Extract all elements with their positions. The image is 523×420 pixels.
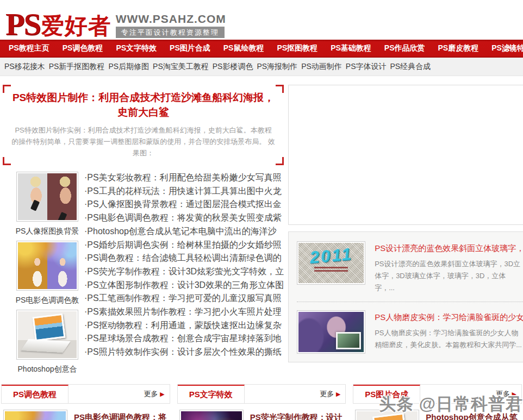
sidebar-item-title[interactable]: PS人物磨皮实例：学习给满脸雀斑的少女 (375, 312, 523, 323)
article-link[interactable]: ·PS照片特效制作实例：设计多层次个性效果的撕纸 (84, 347, 282, 356)
article-link[interactable]: ·PS调色教程：结合滤镜工具轻松调出清新绿色调的 (84, 253, 282, 262)
sidebar-item: PS人物磨皮实例：学习给满脸雀斑的少女 PS人物磨皮实例：学习给满脸雀斑的少女人… (297, 310, 523, 354)
article-link[interactable]: ·PS婚纱后期调色实例：给树林里拍摄的少女婚纱照 (84, 240, 282, 249)
list-item: ·PS工具的花样玩法：用快速计算工具算出图中火龙 (84, 185, 284, 198)
arrow-right-icon: ▶ (512, 391, 516, 397)
list-item: ·PS电影色调调色教程：将发黄的秋景美女照变成紫 (84, 211, 284, 225)
thumbnail-laptop-composite[interactable] (355, 410, 419, 420)
sidebar-panel: 2011 PS设计漂亮的蓝色效果斜面立体玻璃字， PS设计漂亮的蓝色效果斜面立体… (288, 231, 523, 362)
site-header: PS 爱好者 WWW.PSAHZ.COM 专注平面设计教程资源整理 (0, 0, 523, 40)
glass-text-image: 2011 (298, 243, 364, 283)
sidebar-item-desc: PS人物磨皮实例：学习给满脸雀斑的少女人物精细磨皮，美化皮肤。本篇教程和大家共同… (375, 327, 523, 351)
list-item: ·PS荧光字制作教程：设计3D炫彩萤光文字特效，立 (84, 265, 284, 279)
section-article-info: PS电影色调调色教程：将 PS电影色调调色教程：将发黄的秋景美女照变成紫色系漂.… (74, 410, 168, 420)
section-hecheng: PS图片合成 更多 ▶ Photoshop创意合成从笔 Photoshop创意合… (353, 384, 522, 420)
more-link[interactable]: 更多 ▶ (496, 385, 521, 403)
laptop-screen (372, 413, 406, 420)
list-item: ·PS立体图形制作教程：设计3D效果的三角形立体图 (84, 279, 284, 292)
subnav-item[interactable]: PS动画制作 (301, 62, 342, 72)
section-wenzi: PS文字特效 更多 ▶ PSAHZ PS荧光字制作教程：设计 PS荧光字制作教程… (177, 384, 346, 420)
nav-item-koutu[interactable]: PS抠图教程 (270, 43, 324, 53)
thumbnail-portrait-cutout[interactable] (16, 172, 78, 222)
thumbnail-movie-tone[interactable] (3, 410, 67, 420)
list-item: ·PS人像抠图换背景教程：通过图层混合模式抠出金 (84, 198, 284, 211)
section-article-title[interactable]: PS电影色调调色教程：将 (74, 412, 168, 420)
thumbnail-laptop-composite[interactable] (16, 310, 78, 360)
nav-item-lvjing[interactable]: PS滤镜特效 (485, 43, 523, 53)
section-header: PS文字特效 更多 ▶ (177, 384, 346, 404)
bottom-sections: PS调色教程 更多 ▶ PS电影色调调色教程：将 PS电影色调调色教程：将发黄的… (0, 384, 523, 420)
thumbnail-caption[interactable]: PS电影色调调色教 (10, 295, 84, 305)
section-article: PSAHZ PS荧光字制作教程：设计 PS荧光字制作教程：设计3D炫彩萤光文字特… (177, 404, 346, 420)
list-item: ·PS素描效果照片制作教程：学习把小火车照片处理 (84, 305, 284, 319)
laptop-ocean-image (357, 411, 418, 420)
thumbnail-movie-tone[interactable] (16, 241, 78, 291)
dotted-divider (297, 302, 523, 302)
thumbnail-freckle-retouch[interactable] (297, 310, 365, 354)
sidebar-item-info: PS设计漂亮的蓝色效果斜面立体玻璃字， PS设计漂亮的蓝色效果斜面立体玻璃字，3… (375, 241, 523, 294)
nav-item-jichu[interactable]: PS基础教程 (324, 43, 378, 53)
laptop-screen (33, 314, 66, 341)
nav-item-mopi[interactable]: PS磨皮教程 (432, 43, 485, 53)
nav-item-zuopin[interactable]: PS作品欣赏 (378, 43, 432, 53)
subnav-item[interactable]: PS字体设计 (346, 62, 387, 72)
section-article-title[interactable]: Photoshop创意合成从笔 (426, 412, 520, 420)
list-item: ·PS工笔画制作教程：学习把可爱的儿童汉服写真照 (84, 292, 284, 305)
nav-item-hecheng[interactable]: PS图片合成 (163, 43, 217, 53)
article-link[interactable]: ·PS立体图形制作教程：设计3D效果的三角形立体图 (84, 280, 284, 290)
empty-ad-box (288, 85, 523, 225)
subnav-item[interactable]: PS移花接木 (4, 62, 45, 72)
subnav-item[interactable]: PS影楼调色 (213, 62, 253, 72)
section-article-title[interactable]: PS荧光字制作教程：设计 (250, 412, 344, 420)
subnav-item[interactable]: PS经典合成 (390, 62, 431, 72)
section-article: PS电影色调调色教程：将 PS电影色调调色教程：将发黄的秋景美女照变成紫色系漂.… (1, 404, 170, 420)
left-column: PS特效图片制作：利用合成技术打造沙滩鱼船科幻海报，史前大白鲨 PS特效图片制作… (3, 85, 284, 379)
article-link[interactable]: ·PS工笔画制作教程：学习把可爱的儿童汉服写真照 (84, 293, 282, 303)
article-link[interactable]: ·PS星球场景合成教程：创意合成宇宙星球掉落到地 (84, 334, 282, 343)
arrow-right-icon: ▶ (336, 391, 340, 397)
tab-wenzi[interactable]: PS文字特效 (178, 385, 245, 403)
nav-item-home[interactable]: PS教程主页 (2, 43, 56, 53)
list-item: ·PS照片特效制作实例：设计多层次个性效果的撕纸 (84, 346, 284, 359)
thumbnail-glass-2011[interactable]: 2011 (297, 241, 365, 285)
section-article-info: PS荧光字制作教程：设计 PS荧光字制作教程：设计3D炫彩萤光文字特效，立体荧光… (250, 410, 344, 420)
article-link-list: ·PS美女彩妆教程：利用配色给甜美粉嫩少女写真照 ·PS工具的花样玩法：用快速计… (84, 171, 284, 379)
logo-site-name[interactable]: 爱好者 (41, 12, 111, 40)
list-item: ·PS星球场景合成教程：创意合成宇宙星球掉落到地 (84, 332, 284, 346)
tab-hecheng[interactable]: PS图片合成 (353, 385, 420, 403)
list-item: ·PS婚纱后期调色实例：给树林里拍摄的少女婚纱照 (84, 239, 284, 252)
nav-item-tiaose[interactable]: PS调色教程 (56, 43, 110, 53)
subnav-item[interactable]: PS淘宝美工教程 (153, 62, 209, 72)
sidebar-item-desc: PS设计漂亮的蓝色效果斜面立体玻璃字，3D立体字，3D玻璃立体字，玻璃字，3D，… (375, 258, 523, 294)
article-link[interactable]: ·PS荧光字制作教程：设计3D炫彩萤光文字特效，立 (84, 267, 284, 276)
article-link[interactable]: ·PS抠动物教程：利用通道，蒙版快速抠出边缘复杂 (84, 321, 282, 330)
article-link[interactable]: ·PS工具的花样玩法：用快速计算工具算出图中火龙 (84, 186, 282, 196)
nav-item-shuhui[interactable]: PS鼠绘教程 (217, 43, 271, 53)
page: PS 爱好者 WWW.PSAHZ.COM 专注平面设计教程资源整理 PS教程主页… (0, 0, 523, 420)
subnav-item[interactable]: PS新手抠图教程 (49, 62, 105, 72)
thumbnail-caption[interactable]: PS人像抠图换背景 (10, 226, 84, 236)
thumbnail-column: PS人像抠图换背景 PS电影色调调色教 Photoshop创意合 (3, 171, 84, 379)
article-link[interactable]: ·PS人像抠图换背景教程：通过图层混合模式抠出金 (84, 199, 282, 209)
article-link[interactable]: ·Photoshop创意合成从笔记本电脑中流出的海洋沙 (84, 227, 277, 236)
portrait-background-swap-image (18, 173, 77, 220)
logo-ps[interactable]: PS (5, 9, 40, 40)
thumbnail-neon-text[interactable]: PSAHZ (179, 410, 244, 420)
nav-item-wenzi[interactable]: PS文字特效 (109, 43, 163, 53)
article-link[interactable]: ·PS电影色调调色教程：将发黄的秋景美女照变成紫 (84, 213, 282, 222)
articles-row: PS人像抠图换背景 PS电影色调调色教 Photoshop创意合 ·PS美女彩妆… (3, 171, 284, 379)
more-link[interactable]: 更多 ▶ (144, 385, 170, 403)
subnav-item[interactable]: PS海报制作 (257, 62, 297, 72)
thumbnail-caption[interactable]: Photoshop创意合 (10, 364, 84, 374)
list-item: ·PS美女彩妆教程：利用配色给甜美粉嫩少女写真照 (84, 171, 284, 185)
subnav-item[interactable]: PS后期修图 (108, 62, 149, 72)
section-header: PS图片合成 更多 ▶ (353, 384, 522, 404)
site-domain: WWW.PSAHZ.COM (116, 12, 226, 26)
tab-tiaose[interactable]: PS调色教程 (2, 385, 69, 403)
list-item: ·PS调色教程：结合滤镜工具轻松调出清新绿色调的 (84, 252, 284, 265)
sidebar-item-title[interactable]: PS设计漂亮的蓝色效果斜面立体玻璃字， (375, 243, 523, 254)
more-link[interactable]: 更多 ▶ (320, 385, 345, 403)
article-link[interactable]: ·PS美女彩妆教程：利用配色给甜美粉嫩少女写真照 (84, 173, 282, 182)
article-link[interactable]: ·PS素描效果照片制作教程：学习把小火车照片处理 (84, 307, 282, 316)
featured-article-title[interactable]: PS特效图片制作：利用合成技术打造沙滩鱼船科幻海报，史前大白鲨 (11, 90, 275, 120)
